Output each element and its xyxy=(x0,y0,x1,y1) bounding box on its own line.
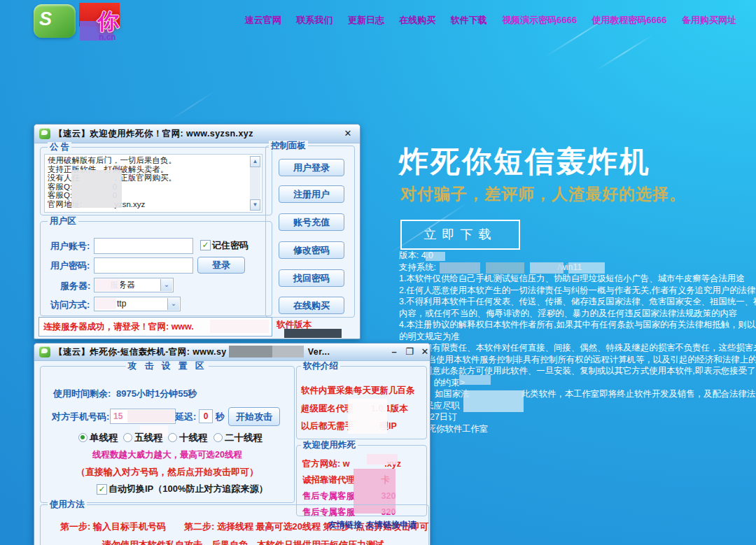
remember-password-label: 记住密码 xyxy=(212,239,248,252)
legal-line: 3.不得利用本软件干任何发表、传送、传播、储存违反国家法律、危害国家安全、祖国统… xyxy=(399,296,752,308)
nav-item-video-demo[interactable]: 视频演示密码6666 xyxy=(502,14,577,27)
delay-unit-label: 秒 xyxy=(216,411,225,423)
legal-line: 2.任何人恶意使用本软产生的一切法律责任与纠纷一概与作者无关,作者有义务追究用户… xyxy=(399,285,752,297)
censor-block xyxy=(71,170,122,208)
legal-line: 0月27日订 xyxy=(399,411,752,423)
register-button[interactable]: 注册用户 xyxy=(279,185,344,203)
login-window-title: 【速云】欢迎使用炸死你！官网: www.syzsn.xyz xyxy=(54,128,253,140)
censor-block xyxy=(284,329,342,338)
top-nav: 速云官网 联系我们 更新日志 在线购买 软件下载 视频演示密码6666 使用教程… xyxy=(245,14,736,27)
app-icon xyxy=(39,128,50,139)
nav-item-backup-url[interactable]: 备用购买网址 xyxy=(682,14,736,27)
legal-line: 的明文规定为准 xyxy=(399,331,752,343)
maximize-icon[interactable]: ❐ xyxy=(403,346,416,358)
site-logo-icon[interactable]: S xyxy=(34,4,76,38)
remember-password-checkbox[interactable]: ✓ xyxy=(200,240,211,250)
arrow-down-icon[interactable]: ▼ xyxy=(250,199,260,211)
censor-block xyxy=(440,262,480,274)
password-label: 用户密码: xyxy=(50,260,90,272)
usage-legend: 使用方法 xyxy=(48,500,87,509)
close-icon[interactable]: ✕ xyxy=(419,346,431,358)
page: S 你 n.cn 速云官网 联系我们 更新日志 在线购买 软件下载 视频演示密码… xyxy=(0,0,756,545)
user-area-groupbox: 用户区 用户账号: ✓ 记住密码 用户密码: 登录 服务器: 服务器 ⌄ 访问方… xyxy=(40,221,272,316)
background-streak xyxy=(596,34,654,71)
time-remaining-label: 使用时间剩余: xyxy=(53,388,111,400)
welcome-legend: 欢迎使用炸死 xyxy=(301,440,358,450)
thread-label-twenty: 二十线程 xyxy=(225,432,262,444)
censor-block xyxy=(95,279,120,291)
background-streak xyxy=(169,90,216,121)
legal-line: 个公民应尽职 xyxy=(399,400,752,412)
logo-glyph: S xyxy=(39,8,52,30)
legal-line: 1.本软件仅供给自己手机测试短信压力、协助自理垃圾短信小广告、城市牛皮癣等合法用… xyxy=(399,273,752,285)
censor-block xyxy=(459,375,491,385)
censor-block xyxy=(210,320,269,333)
thread-radio-single[interactable] xyxy=(78,433,88,442)
nav-item-download[interactable]: 软件下载 xyxy=(451,14,487,27)
chevron-down-icon[interactable]: ⌄ xyxy=(160,279,172,291)
password-input[interactable] xyxy=(94,257,193,274)
usage-warning-text: 请勿使用本软件私自攻击，后果自负，本软件只提供用于短信压力测试 xyxy=(102,539,384,545)
logo-domain-text: n.cn xyxy=(99,32,116,42)
login-window-titlebar[interactable]: 【速云】欢迎使用炸死你！官网: www.syzsn.xyz ✕ xyxy=(34,125,360,143)
censor-block xyxy=(127,410,174,423)
buy-online-button[interactable]: 在线购买 xyxy=(279,297,344,314)
server-label: 服务器: xyxy=(60,280,90,292)
legal-text: 版本: 4.0 支持系统: /win11 1.本软件仅供给自己手机测试短信压力、… xyxy=(399,250,752,434)
legal-line: 的约束> xyxy=(399,377,752,389)
attack-settings-groupbox: 攻 击 设 置 区 使用时间剩余: 8975小时1分钟55秒 对方手机号码: 1… xyxy=(40,366,295,503)
change-password-button[interactable]: 修改密码 xyxy=(279,241,344,259)
status-bar: 连接服务器成功，请登录！官网: www. xyxy=(38,317,272,337)
censor-block xyxy=(95,298,116,309)
start-attack-button[interactable]: 开始攻击 xyxy=(228,407,280,426)
login-window: 【速云】欢迎使用炸死你！官网: www.syzsn.xyz ✕ 公 告 使用破解… xyxy=(34,124,360,339)
chevron-down-icon[interactable]: ⌄ xyxy=(167,298,179,310)
user-login-button[interactable]: 用户登录 xyxy=(279,159,344,176)
thread-radio-twenty[interactable] xyxy=(214,433,223,442)
censor-block xyxy=(568,262,605,274)
download-button[interactable]: 立即下载 xyxy=(400,220,520,250)
phone-number-input[interactable]: 15 xyxy=(110,409,176,424)
recover-password-button[interactable]: 找回密码 xyxy=(279,269,344,287)
nav-item-tutorial[interactable]: 使用教程密码6666 xyxy=(592,14,667,27)
censor-block xyxy=(426,252,445,261)
censor-block xyxy=(348,399,387,434)
legal-line: 7. 如国家法 此类软件，本工作室即将终止软件开发及销售，及配合法律法 xyxy=(399,388,752,400)
legal-line: 版本: 4.0 xyxy=(399,250,752,262)
friend-links-link[interactable]: 友情链接 xyxy=(328,519,362,531)
minimize-icon[interactable]: – xyxy=(388,346,400,358)
legal-line: 内容，或任何不当的、侮辱诽谤的、淫秽的、暴力的及任何违反国家法律法规政策的内容 xyxy=(399,308,752,320)
legal-line: 4.本注册协议的解释权归本软件作者所有,如果其中有任何条款与国家的有关法律相抵触… xyxy=(399,319,752,331)
phone-number-label: 对方手机号码: xyxy=(52,411,109,423)
arrow-up-icon[interactable]: ▲ xyxy=(250,156,260,167)
intro-line: 软件内置采集每天更新几百条 xyxy=(301,385,424,397)
thread-radio-ten[interactable] xyxy=(168,433,177,442)
legal-line: 6. 同意此条款方可使用此软件、一旦安装、复制或以其它方式使用本软件,即表示您接… xyxy=(399,365,752,377)
censor-block xyxy=(229,346,272,358)
phone-number-value: 15 xyxy=(113,411,122,421)
censor-block xyxy=(272,346,304,358)
attack-window-body: 攻 击 设 置 区 使用时间剩余: 8975小时1分钟55秒 对方手机号码: 1… xyxy=(34,360,430,545)
close-icon[interactable]: ✕ xyxy=(342,127,354,139)
announcement-line: 使用破解版有后门，一切后果自负。 xyxy=(48,156,259,165)
control-panel-legend: 控制面板 xyxy=(269,141,308,150)
censor-block xyxy=(530,262,564,274)
account-input[interactable] xyxy=(94,238,193,254)
delay-input[interactable]: 0 xyxy=(199,409,213,423)
nav-item-buy[interactable]: 在线购买 xyxy=(399,14,435,27)
friend-links-apply-link[interactable]: 友情链接申请 xyxy=(366,519,416,531)
nav-item-contact[interactable]: 联系我们 xyxy=(296,14,332,27)
nav-item-changelog[interactable]: 更新日志 xyxy=(348,14,384,27)
thread-radio-five[interactable] xyxy=(123,433,132,442)
scrollbar[interactable]: ▲ ▼ xyxy=(250,156,260,211)
auto-switch-ip-label: 自动切换IP（100%防止对方追踪来源） xyxy=(108,483,268,495)
censor-block xyxy=(486,262,524,274)
auto-switch-ip-checkbox[interactable]: ✓ xyxy=(97,484,107,495)
nav-item-home[interactable]: 速云官网 xyxy=(245,14,281,27)
announcement-groupbox: 公 告 使用破解版有后门，一切后果自负。 支持正版软件，打倒破解头卖者。 没有人… xyxy=(40,147,272,215)
time-remaining-value: 8975小时1分钟55秒 xyxy=(116,388,197,400)
thread-tip-text: 线程数越大威力越大，最高可选20线程 xyxy=(41,449,294,461)
recharge-button[interactable]: 账号充值 xyxy=(279,213,344,231)
attack-window-titlebar[interactable]: 【速云】炸死你-短信轰炸机-官网: www.sy 式版）Ver... – ❐ ✕ xyxy=(34,344,430,361)
login-button[interactable]: 登录 xyxy=(197,257,245,274)
